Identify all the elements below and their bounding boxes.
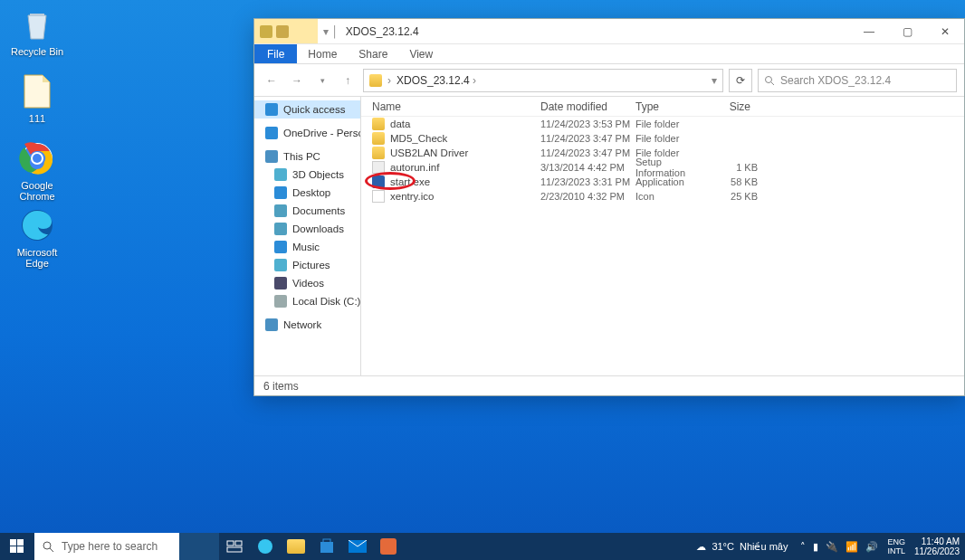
breadcrumb-sep: › [387, 74, 391, 87]
pc-icon [265, 150, 278, 163]
ico-icon [372, 190, 385, 203]
recent-button[interactable]: ▾ [312, 71, 332, 90]
column-headers[interactable]: Name Date modified Type Size [361, 97, 964, 117]
taskbar-app-explorer[interactable] [281, 533, 311, 560]
tray-icon[interactable]: 🔌 [826, 541, 838, 553]
window-title: XDOS_23.12.4 [339, 25, 419, 38]
col-size[interactable]: Size [712, 100, 758, 113]
svg-point-11 [43, 542, 51, 549]
address-bar[interactable]: › XDOS_23.12.4 ▾ [363, 69, 723, 92]
sidebar-item[interactable]: Pictures [254, 256, 360, 274]
maximize-button[interactable]: ▢ [888, 19, 926, 44]
desktop-icon-111[interactable]: 111 [5, 72, 69, 124]
desktop-icon-edge[interactable]: Microsoft Edge [5, 206, 69, 269]
desktop-icon-recycle-bin[interactable]: Recycle Bin [5, 5, 69, 57]
language-indicator[interactable]: ENG INTL [884, 533, 909, 560]
file-date: 11/24/2023 3:53 PM [540, 119, 635, 129]
file-rows[interactable]: data11/24/2023 3:53 PMFile folderMD5_Che… [361, 117, 964, 375]
taskbar-weather[interactable]: ☁ 31°C Nhiều mây [689, 533, 795, 560]
tray-chevron-icon[interactable]: ˄ [800, 541, 806, 553]
tray-volume-icon[interactable]: 🔊 [865, 541, 878, 553]
search-placeholder: Search XDOS_23.12.4 [780, 74, 891, 87]
star-icon [265, 103, 278, 116]
quick-access-toolbar [254, 19, 318, 43]
refresh-button[interactable]: ⟳ [729, 69, 752, 92]
file-name: xentry.ico [390, 191, 434, 202]
minimize-button[interactable]: — [850, 19, 888, 44]
file-row[interactable]: data11/24/2023 3:53 PMFile folder [361, 117, 964, 131]
search-icon [42, 540, 54, 553]
file-row[interactable]: MD5_Check11/24/2023 3:47 PMFile folder [361, 131, 964, 146]
sidebar-item[interactable]: Downloads [254, 220, 360, 238]
sidebar-item-label: Pictures [292, 260, 330, 271]
taskbar-app-generic[interactable] [373, 533, 404, 560]
forward-button[interactable]: → [287, 71, 307, 90]
svg-rect-9 [10, 546, 16, 553]
file-size: 1 KB [712, 162, 758, 173]
taskbar-search[interactable]: Type here to search [34, 533, 179, 560]
sidebar-item[interactable]: OneDrive - Personal [254, 124, 360, 142]
up-button[interactable]: ↑ [338, 71, 358, 90]
svg-rect-8 [17, 539, 24, 546]
sidebar-item[interactable]: 3D Objects [254, 166, 360, 184]
breadcrumb-item[interactable]: XDOS_23.12.4 [397, 74, 476, 87]
weather-icon: ☁ [696, 541, 706, 553]
svg-line-12 [50, 548, 53, 552]
ribbon-tab-view[interactable]: View [398, 44, 444, 63]
close-button[interactable]: ✕ [926, 19, 964, 44]
nav-row: ← → ▾ ↑ › XDOS_23.12.4 ▾ ⟳ Search XDOS_2… [254, 64, 964, 97]
desktop-icon-label: Google Chrome [5, 180, 69, 202]
titlebar[interactable]: ▾ │ XDOS_23.12.4 — ▢ ✕ [254, 19, 964, 44]
folder-icon [369, 74, 382, 87]
tray-network-icon[interactable]: 📶 [846, 541, 858, 553]
navigation-pane[interactable]: Quick accessOneDrive - PersonalThis PC3D… [254, 97, 361, 375]
desktop-icon-label: Microsoft Edge [5, 247, 69, 269]
sidebar-item[interactable]: Local Disk (C:) [254, 292, 360, 310]
weather-temp: 31°C [712, 541, 734, 552]
taskbar-app-edge[interactable] [250, 533, 281, 560]
sidebar-item[interactable]: This PC [254, 147, 360, 166]
taskbar: Type here to search ☁ 31°C Nhiều mây ˄ ▮… [0, 533, 965, 560]
search-box[interactable]: Search XDOS_23.12.4 [758, 69, 957, 92]
file-row[interactable]: start.exe11/23/2023 3:31 PMApplication58… [361, 175, 964, 189]
ribbon-tab-home[interactable]: Home [297, 44, 348, 63]
sidebar-item-label: Music [292, 242, 320, 252]
task-view-button[interactable] [219, 533, 250, 560]
start-button[interactable] [0, 533, 34, 560]
col-name[interactable]: Name [372, 100, 540, 113]
sidebar-item[interactable]: Videos [254, 274, 360, 292]
sidebar-item[interactable]: Quick access [254, 100, 360, 119]
file-type: File folder [635, 133, 712, 144]
ribbon-tab-share[interactable]: Share [348, 44, 398, 63]
qat-icon[interactable] [276, 25, 289, 38]
svg-line-6 [771, 82, 774, 85]
svg-rect-14 [235, 541, 242, 546]
sidebar-item-label: Videos [292, 278, 324, 289]
file-row[interactable]: xentry.ico2/23/2010 4:32 PMIcon25 KB [361, 189, 964, 204]
system-tray[interactable]: ˄ ▮ 🔌 📶 🔊 [795, 533, 884, 560]
taskbar-app-mail[interactable] [342, 533, 373, 560]
app-icon [372, 176, 385, 188]
folder-icon [260, 25, 272, 38]
edge-icon [18, 206, 56, 244]
ribbon-file-tab[interactable]: File [254, 44, 297, 63]
col-type[interactable]: Type [635, 100, 712, 113]
address-dropdown-icon[interactable]: ▾ [712, 74, 717, 87]
sidebar-item[interactable]: Network [254, 316, 360, 334]
sidebar-item[interactable]: Desktop [254, 184, 360, 202]
taskbar-thumbnail[interactable] [179, 533, 219, 560]
file-name: autorun.inf [390, 162, 439, 173]
folder-icon [372, 147, 385, 159]
svg-point-5 [766, 76, 772, 82]
tray-icon[interactable]: ▮ [813, 541, 818, 553]
taskbar-search-placeholder: Type here to search [62, 540, 158, 553]
file-row[interactable]: autorun.inf3/13/2014 4:42 PMSetup Inform… [361, 160, 964, 175]
back-button[interactable]: ← [262, 71, 282, 90]
sidebar-item[interactable]: Music [254, 238, 360, 256]
taskbar-clock[interactable]: 11:40 AM 11/26/2023 [909, 533, 965, 560]
sidebar-item[interactable]: Documents [254, 202, 360, 220]
taskbar-app-store[interactable] [311, 533, 342, 560]
col-date[interactable]: Date modified [540, 100, 635, 113]
file-name: data [390, 119, 410, 129]
desktop-icon-chrome[interactable]: Google Chrome [5, 139, 69, 202]
